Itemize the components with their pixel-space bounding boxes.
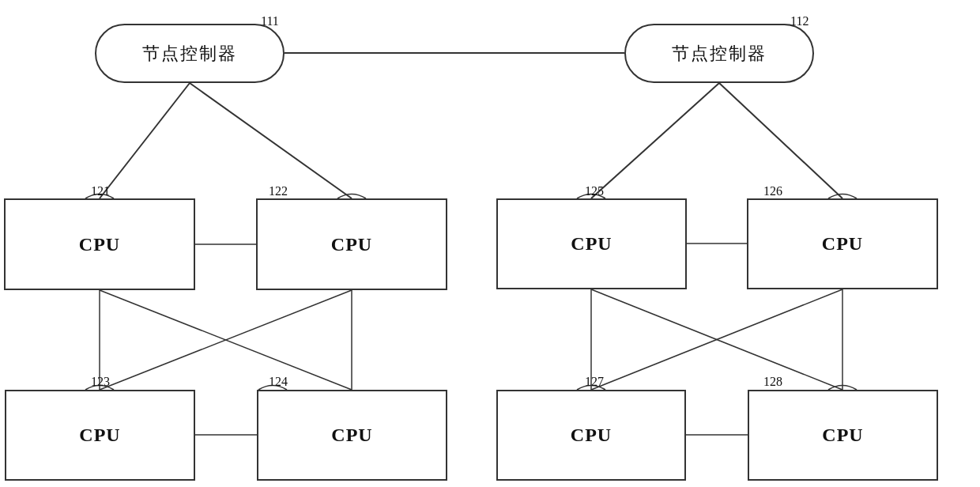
ref-123: 123 bbox=[91, 375, 110, 389]
ref-124: 124 bbox=[269, 375, 288, 389]
svg-line-2 bbox=[190, 83, 352, 198]
cpu-128: CPU bbox=[748, 390, 938, 481]
svg-line-4 bbox=[719, 83, 842, 198]
cpu-125: CPU bbox=[496, 198, 687, 289]
nc2-label: 节点控制器 bbox=[672, 42, 767, 66]
ref-112: 112 bbox=[790, 14, 808, 28]
cpu-123: CPU bbox=[5, 390, 195, 481]
ref-128: 128 bbox=[763, 375, 782, 389]
svg-line-3 bbox=[591, 83, 719, 198]
cpu-124: CPU bbox=[257, 390, 447, 481]
cpu-127: CPU bbox=[496, 390, 686, 481]
svg-line-16 bbox=[591, 289, 842, 390]
ref-111: 111 bbox=[261, 14, 279, 28]
nc1-label: 节点控制器 bbox=[142, 42, 237, 66]
ref-125: 125 bbox=[585, 184, 604, 198]
diagram: 节点控制器 节点控制器 111 112 CPU CPU CPU CPU CPU … bbox=[0, 0, 980, 487]
cpu-126: CPU bbox=[747, 198, 938, 289]
svg-line-15 bbox=[591, 289, 842, 390]
svg-line-1 bbox=[100, 83, 190, 198]
node-controller-2: 节点控制器 bbox=[624, 24, 814, 83]
svg-line-11 bbox=[100, 290, 352, 390]
ref-122: 122 bbox=[269, 184, 288, 198]
ref-121: 121 bbox=[91, 184, 110, 198]
node-controller-1: 节点控制器 bbox=[95, 24, 285, 83]
ref-127: 127 bbox=[585, 375, 604, 389]
cpu-122: CPU bbox=[256, 198, 447, 290]
ref-126: 126 bbox=[763, 184, 782, 198]
svg-line-12 bbox=[100, 290, 352, 390]
cpu-121: CPU bbox=[4, 198, 195, 290]
